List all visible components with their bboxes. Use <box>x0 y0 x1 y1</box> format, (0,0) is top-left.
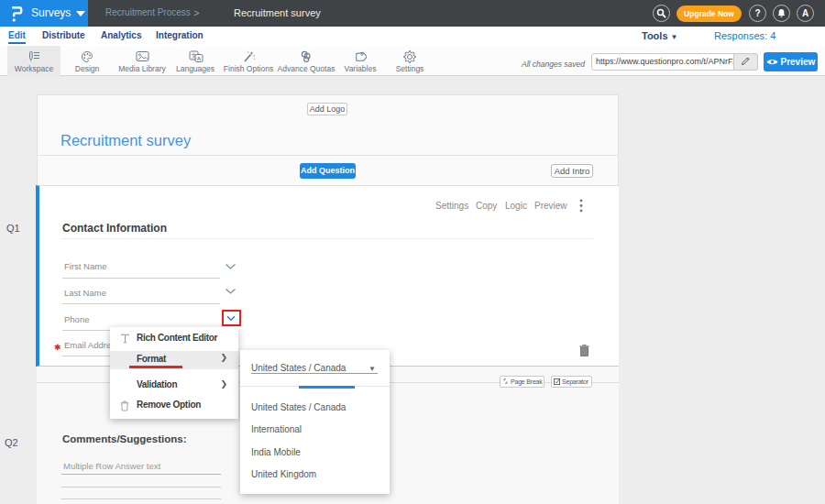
svg-text:A: A <box>197 56 202 61</box>
